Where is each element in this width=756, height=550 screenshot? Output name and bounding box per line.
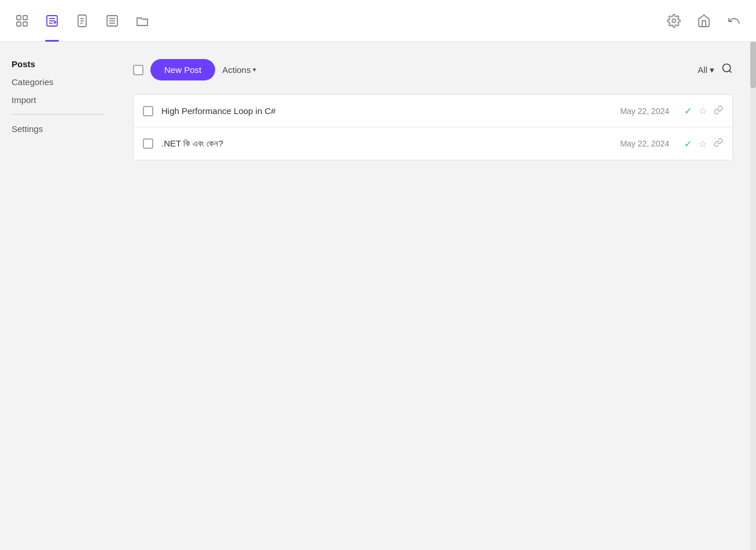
svg-rect-3 (23, 22, 27, 26)
sidebar-item-settings[interactable]: Settings (12, 124, 104, 134)
post-list: High Performance Loop in C# May 22, 2024… (133, 94, 733, 160)
sidebar-item-categories[interactable]: Categories (12, 77, 104, 87)
svg-point-16 (672, 19, 676, 23)
content-area: New Post Actions ▾ All ▾ (116, 42, 750, 550)
post-1-date: May 22, 2024 (620, 107, 669, 116)
svg-rect-2 (17, 22, 21, 26)
post-1-actions: ✓ ☆ (684, 105, 723, 117)
nav-icons-right (663, 10, 744, 31)
scrollbar-thumb[interactable] (750, 42, 756, 88)
folder-icon[interactable] (132, 10, 153, 31)
filter-chevron-icon: ▾ (710, 65, 714, 75)
sidebar-divider (12, 114, 104, 115)
post-2-checkbox[interactable] (143, 138, 153, 149)
post-2-title[interactable]: .NET কি এবং কেন? (161, 138, 612, 149)
list-icon[interactable] (102, 10, 123, 31)
post-2-link-icon[interactable] (714, 138, 723, 149)
nav-icons-left (12, 10, 153, 31)
filter-all-button[interactable]: All ▾ (698, 65, 714, 75)
sidebar-item-posts[interactable]: Posts (12, 59, 104, 69)
actions-dropdown-button[interactable]: Actions ▾ (222, 65, 256, 75)
post-2-published-icon[interactable]: ✓ (684, 138, 692, 149)
scrollbar-track[interactable] (750, 42, 756, 550)
filter-label: All (698, 65, 707, 75)
post-1-star-icon[interactable]: ☆ (699, 105, 707, 116)
post-1-checkbox[interactable] (143, 106, 153, 116)
undo-icon[interactable] (724, 10, 744, 31)
search-button[interactable] (721, 63, 733, 77)
document-icon[interactable] (72, 10, 93, 31)
sidebar: Posts Categories Import Settings (0, 42, 116, 550)
post-2-star-icon[interactable]: ☆ (699, 138, 707, 149)
home-icon[interactable] (694, 10, 714, 31)
post-2-actions: ✓ ☆ (684, 138, 723, 149)
svg-point-17 (723, 64, 731, 72)
post-2-date: May 22, 2024 (620, 139, 669, 148)
top-navigation (0, 0, 756, 42)
grid-icon[interactable] (12, 10, 32, 31)
svg-line-18 (729, 71, 732, 73)
settings-icon[interactable] (663, 10, 684, 31)
post-1-published-icon[interactable]: ✓ (684, 105, 692, 116)
actions-label: Actions (222, 65, 250, 75)
actions-chevron-icon: ▾ (253, 66, 256, 74)
post-1-title[interactable]: High Performance Loop in C# (161, 106, 612, 116)
svg-rect-0 (17, 16, 21, 20)
toolbar: New Post Actions ▾ All ▾ (133, 59, 733, 80)
table-row: High Performance Loop in C# May 22, 2024… (134, 95, 732, 127)
new-post-button[interactable]: New Post (150, 59, 215, 80)
select-all-checkbox[interactable] (133, 65, 143, 75)
toolbar-right: All ▾ (698, 63, 733, 77)
table-row: .NET কি এবং কেন? May 22, 2024 ✓ ☆ (134, 127, 732, 160)
edit-posts-icon[interactable] (42, 10, 62, 31)
svg-rect-1 (23, 16, 27, 20)
main-layout: Posts Categories Import Settings New Pos… (0, 42, 756, 550)
post-1-link-icon[interactable] (714, 105, 723, 117)
sidebar-item-import[interactable]: Import (12, 95, 104, 105)
